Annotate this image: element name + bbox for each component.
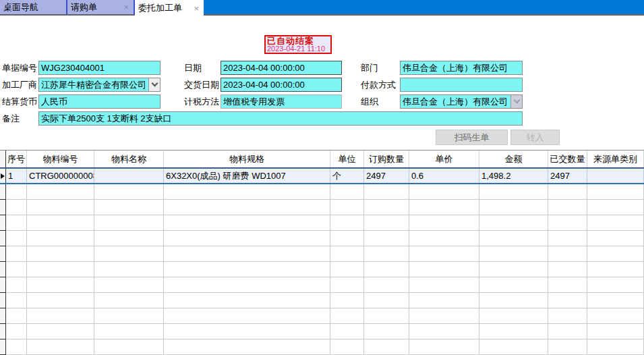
cell-unit (330, 262, 364, 277)
cell-seq (6, 308, 27, 324)
date-field[interactable] (221, 61, 342, 75)
cell-source_type (587, 339, 644, 355)
vendor-combobox[interactable]: 江苏犀牛精密合金有限公司 (38, 78, 160, 92)
cell-item_code[interactable]: CTRG000000008 (27, 169, 94, 183)
tab-desktop-nav[interactable]: 桌面导航 (0, 0, 66, 14)
cell-unit_price (409, 293, 479, 308)
cell-amount (479, 262, 548, 277)
row-selector-cell (0, 200, 6, 215)
cell-item_code (27, 246, 94, 262)
items-grid[interactable]: 序号物料编号物料名称物料规格单位订购数量单价金额已交数量来源单类别 1CTRG0… (0, 150, 644, 355)
transfer-in-button[interactable]: 转入 (510, 130, 560, 145)
cell-unit_price (409, 231, 479, 246)
cell-delivered_qty[interactable]: 2497 (548, 169, 587, 183)
cell-item_name (94, 277, 164, 293)
chevron-down-icon[interactable] (148, 78, 160, 91)
cell-amount (479, 324, 548, 339)
row-selector-cell (0, 339, 6, 355)
cell-seq (6, 200, 27, 215)
cell-item_code (27, 339, 94, 355)
remark-label: 备注 (2, 111, 20, 126)
cell-unit_price (409, 308, 479, 324)
doc-no-field[interactable] (38, 61, 160, 75)
cell-item_code (27, 215, 94, 231)
department-field[interactable] (400, 61, 523, 75)
cell-order_qty (364, 293, 409, 308)
cell-item_name (94, 324, 164, 339)
remark-field[interactable] (38, 111, 523, 126)
cell-source_type (587, 277, 644, 293)
payment-label: 付款方式 (361, 78, 396, 92)
empty-table-row (0, 324, 644, 339)
tab-outsourcing-order[interactable]: 委托加工单 × (135, 0, 204, 16)
tab-purchase-request[interactable]: 请购单 × (67, 0, 134, 14)
cell-unit_price (409, 215, 479, 231)
current-row-marker-icon (1, 173, 5, 179)
org-combobox[interactable]: 伟旦合金（上海）有限公司 (400, 94, 523, 109)
cell-item_code (27, 308, 94, 324)
cell-delivered_qty (548, 339, 587, 355)
cell-seq (6, 246, 27, 262)
cell-seq (6, 324, 27, 339)
cell-amount (479, 200, 548, 215)
cell-seq (6, 215, 27, 231)
cell-source_type (587, 308, 644, 324)
tab-bar: 桌面导航 请购单 × 委托加工单 × (0, 0, 644, 16)
stamp-timestamp: 2023-04-21 11:10 (267, 45, 329, 53)
column-header-delivered_qty[interactable]: 已交数量 (548, 151, 587, 167)
cell-order_qty[interactable]: 2497 (364, 169, 409, 183)
cell-source_type[interactable] (587, 169, 644, 183)
cell-order_qty (364, 231, 409, 246)
cell-unit (330, 277, 364, 293)
column-header-order_qty[interactable]: 订购数量 (364, 151, 409, 167)
close-icon[interactable]: × (122, 3, 130, 11)
cell-item_code (27, 293, 94, 308)
column-header-seq[interactable]: 序号 (6, 151, 27, 167)
empty-table-row (0, 231, 644, 246)
cell-seq[interactable]: 1 (6, 169, 27, 183)
column-header-item_name[interactable]: 物料名称 (94, 151, 164, 167)
column-header-item_code[interactable]: 物料编号 (27, 151, 94, 167)
row-selector-cell (0, 324, 6, 339)
cell-amount (479, 246, 548, 262)
cell-amount (479, 277, 548, 293)
cell-item_name (94, 215, 164, 231)
cell-item_name (94, 184, 164, 200)
cell-item_spec (164, 200, 330, 215)
column-header-unit_price[interactable]: 单价 (409, 151, 479, 167)
cell-item_name (94, 231, 164, 246)
cell-unit (330, 184, 364, 200)
cell-item_code (27, 277, 94, 293)
row-selector-cell[interactable] (0, 169, 6, 183)
cell-amount (479, 308, 548, 324)
cell-item_spec (164, 184, 330, 200)
table-row[interactable]: 1CTRG0000000086X32X0(成品) 研磨费 WD1007个2497… (0, 168, 644, 184)
column-header-unit[interactable]: 单位 (330, 151, 364, 167)
cell-delivered_qty (548, 231, 587, 246)
vendor-label: 加工厂商 (2, 78, 37, 92)
scan-generate-button[interactable]: 扫码生单 (436, 130, 508, 145)
close-icon[interactable]: × (192, 4, 200, 13)
cell-item_name[interactable] (94, 169, 164, 183)
tax-method-field[interactable] (221, 94, 342, 109)
column-header-amount[interactable]: 金额 (479, 151, 548, 167)
cell-amount (479, 184, 548, 200)
column-header-item_spec[interactable]: 物料规格 (164, 151, 330, 167)
empty-table-row (0, 262, 644, 277)
column-header-source_type[interactable]: 来源单类别 (587, 151, 644, 167)
tab-label: 委托加工单 (138, 2, 182, 14)
cell-amount (479, 231, 548, 246)
cell-amount[interactable]: 1,498.2 (479, 169, 548, 183)
cell-item_spec[interactable]: 6X32X0(成品) 研磨费 WD1007 (164, 169, 330, 183)
cell-item_code (27, 262, 94, 277)
delivery-date-field[interactable] (221, 78, 342, 92)
cell-unit[interactable]: 个 (330, 169, 364, 183)
payment-field[interactable] (400, 78, 523, 92)
cell-unit (330, 308, 364, 324)
cell-unit_price[interactable]: 0.6 (409, 169, 479, 183)
cell-delivered_qty (548, 215, 587, 231)
auto-closed-stamp: 已自动结案 2023-04-21 11:10 (264, 35, 332, 54)
cell-unit (330, 324, 364, 339)
vendor-value: 江苏犀牛精密合金有限公司 (39, 78, 148, 91)
currency-field[interactable] (38, 94, 160, 109)
